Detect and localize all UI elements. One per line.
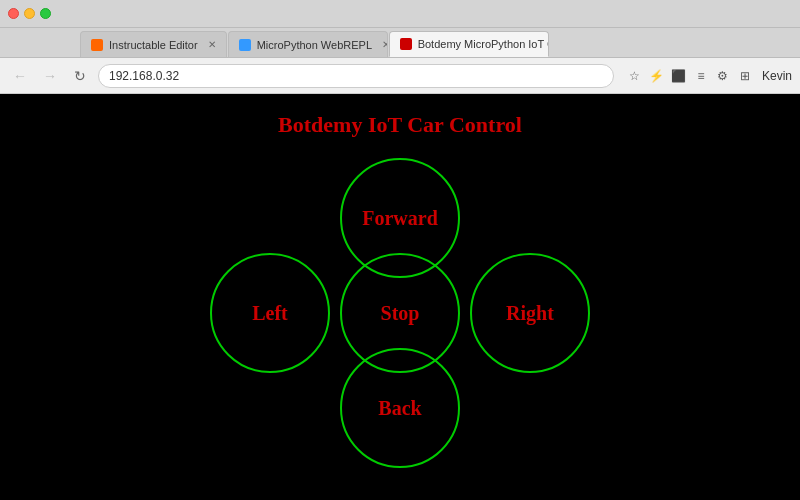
minimize-button[interactable]: [24, 8, 35, 19]
tabs-bar: Instructable Editor ✕ MicroPython WebREP…: [0, 28, 800, 58]
reload-button[interactable]: ↻: [68, 64, 92, 88]
tab-label-botdemy: Botdemy MicroPython IoT Car: [418, 38, 549, 50]
tab-label-instructable: Instructable Editor: [109, 39, 198, 51]
tab-close-micropython[interactable]: ✕: [382, 39, 388, 50]
menu-icon[interactable]: ≡: [692, 67, 710, 85]
tab-botdemy[interactable]: Botdemy MicroPython IoT Car ✕: [389, 31, 549, 57]
tab-favicon-instructable: [91, 39, 103, 51]
bookmark-icon[interactable]: ☆: [626, 67, 644, 85]
tab-micropython[interactable]: MicroPython WebREPL ✕: [228, 31, 388, 57]
traffic-lights: [8, 8, 51, 19]
forward-nav-button[interactable]: →: [38, 64, 62, 88]
tab-instructable[interactable]: Instructable Editor ✕: [80, 31, 227, 57]
close-button[interactable]: [8, 8, 19, 19]
settings-icon[interactable]: ⚙: [714, 67, 732, 85]
tab-label-micropython: MicroPython WebREPL: [257, 39, 372, 51]
navbar: ← → ↻ 192.168.0.32 ☆ ⚡ ⬛ ≡ ⚙ ⊞ Kevin: [0, 58, 800, 94]
extension-icon[interactable]: ⬛: [670, 67, 688, 85]
left-button[interactable]: Left: [210, 253, 330, 373]
grid-icon[interactable]: ⊞: [736, 67, 754, 85]
page-content: Botdemy IoT Car Control Forward Left Sto…: [0, 94, 800, 500]
browser-chrome: Instructable Editor ✕ MicroPython WebREP…: [0, 0, 800, 94]
user-name: Kevin: [762, 69, 792, 83]
address-bar[interactable]: 192.168.0.32: [98, 64, 614, 88]
address-text: 192.168.0.32: [109, 69, 179, 83]
tab-close-instructable[interactable]: ✕: [208, 39, 216, 50]
tab-favicon-botdemy: [400, 38, 412, 50]
back-nav-button[interactable]: ←: [8, 64, 32, 88]
controls-container: Forward Left Stop Right Back: [200, 148, 600, 478]
back-button[interactable]: Back: [340, 348, 460, 468]
maximize-button[interactable]: [40, 8, 51, 19]
tab-favicon-micropython: [239, 39, 251, 51]
browser-right-icons: ☆ ⚡ ⬛ ≡ ⚙ ⊞ Kevin: [626, 67, 792, 85]
right-button[interactable]: Right: [470, 253, 590, 373]
title-bar: [0, 0, 800, 28]
page-title: Botdemy IoT Car Control: [278, 112, 522, 138]
rss-icon[interactable]: ⚡: [648, 67, 666, 85]
